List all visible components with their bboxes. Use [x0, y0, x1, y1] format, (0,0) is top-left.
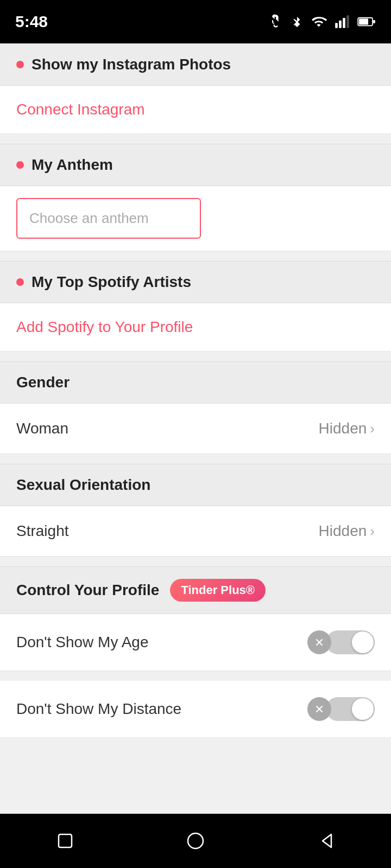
- spacer-5: [0, 557, 391, 566]
- toggle-age-thumb: [352, 631, 374, 653]
- gender-title: Gender: [16, 374, 70, 391]
- gender-value: Woman: [16, 420, 68, 437]
- svg-rect-3: [346, 15, 349, 28]
- wifi-icon: [311, 14, 327, 29]
- toggle-age-x-icon[interactable]: [307, 630, 331, 654]
- sexual-orientation-title: Sexual Orientation: [16, 476, 150, 494]
- svg-marker-9: [323, 834, 331, 847]
- battery-icon: [357, 14, 376, 29]
- svg-rect-2: [343, 18, 345, 28]
- dont-show-age-toggle[interactable]: [307, 630, 375, 654]
- add-spotify-link[interactable]: Add Spotify to Your Profile: [16, 318, 193, 335]
- dont-show-distance-label: Don't Show My Distance: [16, 700, 181, 718]
- sexual-orientation-visibility[interactable]: Hidden ›: [319, 522, 375, 540]
- control-profile-title: Control Your Profile: [16, 582, 159, 599]
- instagram-section-header: Show my Instagram Photos: [0, 43, 391, 86]
- anthem-input-wrapper: Choose an anthem: [0, 186, 391, 251]
- spotify-dot: [16, 278, 24, 286]
- sexual-orientation-section-header: Sexual Orientation: [0, 464, 391, 506]
- tinder-plus-badge: Tinder Plus®: [170, 579, 266, 602]
- bottom-nav: [0, 814, 391, 868]
- gender-section-header: Gender: [0, 361, 391, 404]
- dont-show-age-row: Don't Show My Age: [0, 614, 391, 671]
- status-icons: [268, 14, 376, 29]
- bluetooth-icon: [291, 14, 303, 29]
- gender-row[interactable]: Woman Hidden ›: [0, 404, 391, 454]
- anthem-dot: [16, 161, 24, 169]
- nav-home-button[interactable]: [185, 830, 206, 852]
- svg-rect-5: [359, 19, 368, 25]
- svg-rect-6: [373, 20, 375, 23]
- connect-instagram-row[interactable]: Connect Instagram: [0, 86, 391, 134]
- spacer-7: [0, 738, 391, 814]
- svg-rect-7: [59, 834, 72, 847]
- svg-rect-1: [339, 21, 342, 28]
- control-profile-section-header: Control Your Profile Tinder Plus®: [0, 566, 391, 614]
- gender-chevron: ›: [370, 420, 375, 437]
- spotify-section-header: My Top Spotify Artists: [0, 261, 391, 303]
- sexual-orientation-value: Straight: [16, 522, 69, 540]
- connect-instagram-link[interactable]: Connect Instagram: [16, 101, 145, 118]
- dont-show-distance-toggle[interactable]: [307, 697, 375, 721]
- spacer-2: [0, 251, 391, 261]
- status-bar: 5:48: [0, 0, 391, 43]
- anthem-title: My Anthem: [31, 156, 113, 174]
- spacer-1: [0, 134, 391, 144]
- spacer-4: [0, 454, 391, 464]
- gender-visibility[interactable]: Hidden ›: [319, 420, 375, 437]
- spacer-6: [0, 671, 391, 681]
- spotify-title: My Top Spotify Artists: [31, 273, 191, 291]
- anthem-placeholder: Choose an anthem: [29, 210, 149, 226]
- toggle-distance-track[interactable]: [326, 697, 375, 721]
- toggle-distance-thumb: [352, 698, 374, 720]
- anthem-section-header: My Anthem: [0, 144, 391, 186]
- nav-back-button[interactable]: [315, 830, 337, 852]
- svg-rect-0: [335, 23, 338, 28]
- instagram-title: Show my Instagram Photos: [31, 56, 231, 73]
- status-time: 5:48: [15, 12, 48, 31]
- dont-show-age-label: Don't Show My Age: [16, 634, 148, 651]
- sexual-orientation-row[interactable]: Straight Hidden ›: [0, 506, 391, 557]
- instagram-dot: [16, 61, 24, 68]
- toggle-distance-x-icon[interactable]: [307, 697, 331, 721]
- spacer-3: [0, 352, 391, 361]
- main-content: Show my Instagram Photos Connect Instagr…: [0, 43, 391, 814]
- mute-icon: [268, 14, 283, 29]
- anthem-input[interactable]: Choose an anthem: [16, 198, 201, 239]
- toggle-age-track[interactable]: [326, 630, 375, 654]
- nav-recent-apps-button[interactable]: [54, 830, 76, 852]
- dont-show-distance-row: Don't Show My Distance: [0, 681, 391, 738]
- add-spotify-row[interactable]: Add Spotify to Your Profile: [0, 303, 391, 352]
- signal-icon: [335, 14, 350, 29]
- sexual-orientation-chevron: ›: [370, 523, 375, 540]
- svg-point-8: [188, 833, 203, 848]
